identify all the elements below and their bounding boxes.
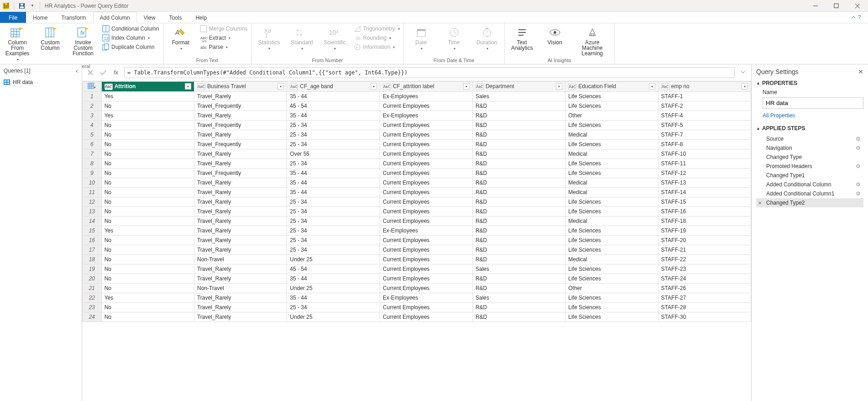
row-number[interactable]: 13	[83, 207, 102, 216]
cell[interactable]: R&D	[472, 216, 565, 226]
cell[interactable]: 35 - 44	[287, 92, 380, 101]
cell[interactable]: 35 - 44	[287, 111, 380, 121]
cell[interactable]: Current Employees	[380, 207, 472, 216]
cell[interactable]: Ex-Employees	[380, 111, 472, 121]
cell[interactable]: No	[101, 121, 194, 130]
row-number[interactable]: 4	[83, 121, 102, 130]
row-number[interactable]: 21	[83, 284, 102, 293]
cell[interactable]: Life Sciences	[565, 303, 658, 312]
cell[interactable]: Current Employees	[380, 197, 472, 207]
custom-column-button[interactable]: Custom Column	[37, 25, 64, 51]
cell[interactable]: STAFF-8	[658, 140, 751, 149]
cell[interactable]: Under 25	[287, 255, 380, 264]
expand-formula-icon[interactable]	[738, 69, 748, 76]
column-header[interactable]: ABCemp no▾	[658, 82, 751, 92]
help-icon[interactable]: ?	[858, 14, 864, 21]
cell[interactable]: Current Employees	[380, 178, 472, 188]
cell[interactable]: Current Employees	[380, 121, 472, 130]
cell[interactable]: Life Sciences	[565, 226, 658, 236]
cell[interactable]: Non-Travel	[194, 255, 287, 264]
cell[interactable]: Current Employees	[380, 130, 472, 140]
cell[interactable]: No	[101, 130, 194, 140]
cell[interactable]: Life Sciences	[565, 92, 658, 101]
cell[interactable]: Life Sciences	[565, 312, 658, 322]
all-properties-link[interactable]: All Properties	[763, 112, 863, 119]
table-row[interactable]: 24NoTravel_RarelyUnder 25Current Employe…	[83, 312, 751, 322]
table-row[interactable]: 1YesTravel_Rarely35 - 44Ex-EmployeesSale…	[83, 92, 751, 101]
cell[interactable]: STAFF-7	[658, 130, 751, 140]
cell[interactable]: Current Employees	[380, 236, 472, 245]
table-row[interactable]: 20NoTravel_Rarely35 - 44Current Employee…	[83, 274, 751, 284]
cell[interactable]: R&D	[472, 207, 565, 216]
cell[interactable]: No	[101, 207, 194, 216]
table-row[interactable]: 7NoTravel_RarelyOver 55Current Employees…	[83, 149, 751, 159]
cell[interactable]: R&D	[472, 274, 565, 284]
cell[interactable]: Travel_Frequently	[194, 101, 287, 111]
cell[interactable]: Other	[565, 111, 658, 121]
cell[interactable]: Travel_Rarely	[194, 236, 287, 245]
cell[interactable]: Travel_Rarely	[194, 226, 287, 236]
cell[interactable]: STAFF-26	[658, 284, 751, 293]
merge-columns-button[interactable]: Merge Columns	[200, 25, 248, 32]
filter-dropdown-icon[interactable]: ▾	[742, 83, 748, 90]
cell[interactable]: Life Sciences	[565, 197, 658, 207]
statistics-button[interactable]: ΧσΣ Statistics▾	[255, 25, 282, 52]
trigonometry-button[interactable]: Trigonometry▾	[354, 25, 399, 32]
time-button[interactable]: Time▾	[440, 25, 468, 52]
date-button[interactable]: Date▾	[408, 25, 435, 52]
cell[interactable]: Current Employees	[380, 274, 472, 284]
table-row[interactable]: 19NoTravel_Rarely45 - 54Current Employee…	[83, 264, 751, 274]
tab-add-column[interactable]: Add Column	[93, 12, 137, 23]
cell[interactable]: No	[101, 178, 194, 188]
cell[interactable]: R&D	[472, 255, 565, 264]
duration-button[interactable]: Duration▾	[473, 25, 501, 52]
cell[interactable]: STAFF-14	[658, 188, 751, 197]
applied-step[interactable]: Navigation⚙	[756, 143, 863, 153]
cancel-formula-icon[interactable]	[86, 68, 95, 77]
filter-dropdown-icon[interactable]: ▾	[649, 83, 655, 90]
gear-icon[interactable]: ⚙	[856, 136, 861, 142]
row-number[interactable]: 6	[83, 140, 102, 149]
applied-step[interactable]: Changed Type	[756, 153, 863, 162]
cell[interactable]: No	[101, 159, 194, 169]
table-row[interactable]: 23NoTravel_Rarely25 - 34Current Employee…	[83, 303, 751, 312]
cell[interactable]: STAFF-18	[658, 216, 751, 226]
cell[interactable]: Life Sciences	[565, 159, 658, 169]
cell[interactable]: Life Sciences	[565, 101, 658, 111]
cell[interactable]: Under 25	[287, 312, 380, 322]
cell[interactable]: 25 - 34	[287, 159, 380, 169]
cell[interactable]: Medical	[565, 178, 658, 188]
row-number[interactable]: 14	[83, 216, 102, 226]
table-row[interactable]: 4NoTravel_Frequently25 - 34Current Emplo…	[83, 121, 751, 130]
standard-button[interactable]: + −÷ × Standard▾	[288, 25, 315, 52]
query-item[interactable]: HR data	[0, 77, 82, 87]
extract-button[interactable]: ABC123Extract▾	[200, 34, 248, 42]
row-number[interactable]: 3	[83, 111, 102, 121]
tab-file[interactable]: File	[0, 12, 26, 23]
cell[interactable]: 35 - 44	[287, 188, 380, 197]
cell[interactable]: No	[101, 216, 194, 226]
table-row[interactable]: 11NoTravel_Rarely35 - 44Current Employee…	[83, 188, 751, 197]
tab-help[interactable]: Help	[188, 12, 214, 23]
applied-step[interactable]: Added Conditional Column1⚙	[756, 189, 863, 198]
row-number[interactable]: 16	[83, 236, 102, 245]
cell[interactable]: Current Employees	[380, 216, 472, 226]
cell[interactable]: STAFF-22	[658, 255, 751, 264]
cell[interactable]: Life Sciences	[565, 236, 658, 245]
cell[interactable]: STAFF-27	[658, 293, 751, 303]
close-button[interactable]	[847, 0, 868, 12]
cell[interactable]: STAFF-5	[658, 121, 751, 130]
cell[interactable]: 25 - 34	[287, 303, 380, 312]
data-grid[interactable]: ▾ABCAttrition▾ABCBusiness Travel▾ABCCF_a…	[82, 81, 751, 401]
cell[interactable]: STAFF-2	[658, 101, 751, 111]
close-settings-icon[interactable]: ✕	[858, 68, 863, 75]
cell[interactable]: STAFF-24	[658, 274, 751, 284]
cell[interactable]: Travel_Rarely	[194, 207, 287, 216]
cell[interactable]: Travel_Rarely	[194, 264, 287, 274]
cell[interactable]: No	[101, 274, 194, 284]
applied-step[interactable]: Promoted Headers⚙	[756, 162, 863, 171]
row-number[interactable]: 12	[83, 197, 102, 207]
filter-dropdown-icon[interactable]: ▾	[277, 83, 284, 90]
cell[interactable]: Current Employees	[380, 140, 472, 149]
cell[interactable]: 35 - 44	[287, 178, 380, 188]
